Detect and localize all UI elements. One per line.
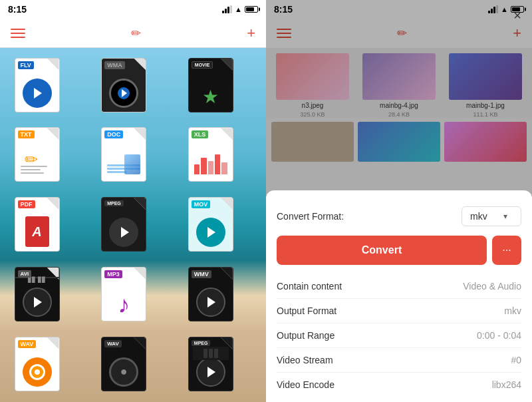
output-format-value: mkv — [504, 305, 521, 316]
contain-content-row: Contain content Video & Audio — [277, 274, 521, 299]
signal-icon — [222, 5, 232, 13]
wav-orange-icon[interactable]: WAV — [5, 332, 68, 395]
output-range-row: Output Range 0:00 - 0:04 — [277, 323, 521, 348]
modal-close-button[interactable]: × — [513, 8, 521, 23]
pdf-icon[interactable]: PDF A — [5, 193, 68, 256]
video-stream-value: #0 — [511, 355, 521, 365]
format-dropdown[interactable]: mkv — [462, 206, 521, 226]
contain-content-value: Video & Audio — [463, 281, 521, 292]
toolbar-left: ✏ + — [0, 19, 266, 48]
contain-content-label: Contain content — [277, 281, 342, 292]
right-phone: 8:15 ▲ ✏ + n3.jpeg 325.0 KB — [266, 0, 532, 402]
flv-icon[interactable]: FLV — [5, 53, 68, 116]
video-encode-row: Video Encode libx264 — [277, 373, 521, 397]
wav-dark-icon[interactable]: WAV ● — [92, 332, 156, 395]
edit-icon[interactable]: ✏ — [131, 26, 141, 41]
xls-icon[interactable]: XLS — [179, 123, 242, 186]
doc-icon[interactable]: DOC — [92, 123, 156, 186]
output-format-row: Output Format mkv — [277, 299, 521, 323]
wifi-icon: ▲ — [235, 5, 242, 13]
wma-icon[interactable]: WMA — [92, 53, 156, 116]
mp3-icon[interactable]: MP3 ♪ — [92, 262, 156, 325]
output-range-label: Output Range — [277, 330, 334, 341]
add-icon[interactable]: + — [247, 25, 255, 42]
modal-overlay: × Convert Format: mkv Convert ··· Contai… — [266, 0, 532, 402]
status-bar-left: 8:15 ▲ — [0, 0, 266, 19]
left-phone: 8:15 ▲ ✏ + FLV — [0, 0, 266, 402]
mpeg-icon[interactable]: MPEG — [92, 193, 156, 256]
app-grid: FLV WMA MOVIE ★ — [0, 48, 266, 402]
format-label: Convert Format: — [277, 211, 344, 222]
movie-icon[interactable]: MOVIE ★ — [179, 53, 242, 116]
video-stream-label: Video Stream — [277, 355, 333, 365]
mpeg2-icon[interactable]: MPEG — [179, 332, 242, 395]
wmv-icon[interactable]: WMV — [179, 262, 242, 325]
convert-button[interactable]: Convert — [277, 236, 487, 265]
avi-icon[interactable]: AVI ▊▊ ▊▊ — [5, 262, 68, 325]
video-encode-label: Video Encode — [277, 379, 334, 390]
txt-icon[interactable]: TXT ✏ — [5, 123, 68, 186]
video-stream-row: Video Stream #0 — [277, 348, 521, 373]
output-range-value: 0:00 - 0:04 — [477, 330, 521, 341]
format-select-row: Convert Format: mkv — [277, 206, 521, 226]
mov-icon[interactable]: MOV — [179, 193, 242, 256]
convert-buttons: Convert ··· — [277, 236, 521, 265]
menu-icon[interactable] — [11, 29, 25, 38]
time-left: 8:15 — [8, 4, 27, 15]
convert-modal: × Convert Format: mkv Convert ··· Contai… — [266, 190, 532, 402]
output-format-label: Output Format — [277, 305, 336, 316]
format-value: mkv — [470, 211, 487, 222]
status-icons-left: ▲ — [222, 5, 258, 13]
more-options-button[interactable]: ··· — [492, 236, 521, 265]
battery-icon — [245, 6, 258, 13]
video-encode-value: libx264 — [492, 379, 521, 390]
